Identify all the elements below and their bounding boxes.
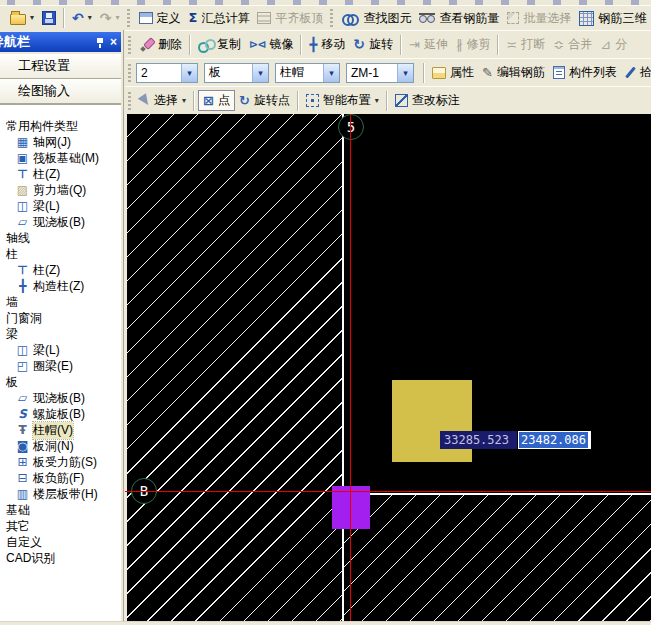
split-icon [600, 38, 611, 52]
toolbar-gripper[interactable] [330, 9, 333, 27]
chevron-down-icon[interactable] [252, 64, 268, 82]
chevron-down-icon[interactable] [397, 64, 413, 82]
raft-foundation-icon [15, 151, 30, 165]
element-name-combo[interactable]: ZM-1 [346, 63, 414, 83]
separator [63, 8, 65, 28]
tree-item[interactable]: 板受力筋(S) [0, 454, 121, 470]
tree-item[interactable]: 剪力墙(Q) [0, 182, 121, 198]
tree-category[interactable]: 自定义 [0, 534, 121, 550]
smart-layout-button[interactable]: 智能布置▾ [302, 90, 383, 111]
chevron-down-icon[interactable] [323, 64, 339, 82]
summary-calc-button[interactable]: 汇总计算 [185, 8, 254, 29]
canvas-purple-square[interactable] [332, 486, 370, 529]
properties-button[interactable]: 属性 [428, 62, 478, 83]
tree-item[interactable]: 梁(L) [0, 342, 121, 358]
break-label: 打断 [521, 36, 545, 53]
canvas-yellow-square[interactable] [392, 380, 472, 462]
copy-button[interactable]: 复制 [194, 34, 245, 55]
tree-category[interactable]: CAD识别 [0, 550, 121, 566]
undo-button[interactable]: ▾ [68, 9, 96, 28]
edit-rebar-button[interactable]: 编辑钢筋 [478, 62, 549, 83]
component-list-button[interactable]: 构件列表 [549, 62, 621, 83]
toolbar-gripper[interactable] [128, 36, 131, 54]
tree-category[interactable]: 门窗洞 [0, 310, 121, 326]
view-rebar-qty-button[interactable]: 查看钢筋量 [415, 8, 503, 29]
select-button[interactable]: 选择▾ [136, 90, 190, 111]
mirror-icon [249, 37, 265, 52]
chevron-down-icon[interactable] [181, 64, 197, 82]
pick-icon [625, 67, 636, 79]
column-icon [15, 167, 30, 181]
slab-icon [15, 391, 30, 405]
tree-category[interactable]: 轴线 [0, 230, 121, 246]
tree-category[interactable]: 常用构件类型 [0, 118, 121, 134]
tree-category[interactable]: 其它 [0, 518, 121, 534]
negative-rebar-icon [15, 471, 30, 485]
tree-category[interactable]: 柱 [0, 246, 121, 262]
rotate-point-button[interactable]: 旋转点 [235, 90, 294, 111]
view-rebar-qty-label: 查看钢筋量 [439, 10, 499, 27]
define-label: 定义 [157, 10, 181, 27]
tree-item[interactable]: 柱(Z) [0, 166, 121, 182]
drawing-input-button[interactable]: 绘图输入 [0, 79, 121, 104]
floor-combo[interactable]: 2 [136, 63, 198, 83]
tree-item[interactable]: 梁(L) [0, 198, 121, 214]
rotate-point-icon [239, 94, 250, 108]
tree-item[interactable]: 柱(Z) [0, 262, 121, 278]
rotate-button[interactable]: 旋转 [349, 34, 397, 55]
toolbar-gripper[interactable] [128, 92, 131, 110]
open-folder-icon [10, 14, 26, 25]
axis-line-vertical [350, 114, 351, 621]
tree-item[interactable]: 现浇板(B) [0, 390, 121, 406]
wall-edge-horizontal-line [344, 493, 651, 495]
tree-item[interactable]: 轴网(J) [0, 134, 121, 150]
save-button[interactable] [38, 9, 60, 27]
element-name-combo-value: ZM-1 [347, 66, 397, 80]
define-button[interactable]: 定义 [135, 8, 185, 29]
coord-x-input[interactable]: 33285.523 [440, 431, 517, 449]
tree-item-selected[interactable]: 柱帽(V) [0, 422, 121, 438]
project-settings-button[interactable]: 工程设置 [0, 54, 121, 79]
move-icon [309, 38, 317, 52]
element-type-combo[interactable]: 柱帽 [275, 63, 340, 83]
tree-category[interactable]: 梁 [0, 326, 121, 342]
delete-button[interactable]: 删除 [136, 34, 186, 55]
category-combo[interactable]: 板 [204, 63, 269, 83]
toolbar-gripper[interactable] [127, 9, 130, 27]
tree-item[interactable]: 圈梁(E) [0, 358, 121, 374]
trim-label: 修剪 [466, 36, 490, 53]
tree-item[interactable]: 楼层板带(H) [0, 486, 121, 502]
grid-icon [15, 135, 30, 149]
smart-layout-icon [306, 94, 319, 107]
drawing-canvas[interactable]: 5 B 33285.523 23482.086 [125, 114, 651, 621]
tree-item[interactable]: 螺旋板(B) [0, 406, 121, 422]
tree-item[interactable]: 板负筋(F) [0, 470, 121, 486]
undo-icon [72, 11, 84, 26]
tree-item[interactable]: 现浇板(B) [0, 214, 121, 230]
tree-category[interactable]: 板 [0, 374, 121, 390]
find-element-button[interactable]: 查找图元 [338, 8, 415, 29]
move-button[interactable]: 移动 [305, 34, 349, 55]
tree-item[interactable]: 板洞(N) [0, 438, 121, 454]
pick-button[interactable]: 拾 [621, 62, 651, 83]
toolbar-gripper[interactable] [128, 64, 131, 82]
point-button[interactable]: 点 [198, 90, 235, 111]
close-icon[interactable]: × [110, 36, 117, 48]
tree-item[interactable]: 筏板基础(M) [0, 150, 121, 166]
pin-icon[interactable] [96, 37, 104, 48]
separator [400, 35, 402, 55]
open-button[interactable]: ▾ [6, 9, 38, 27]
mirror-button[interactable]: 镜像 [245, 34, 297, 55]
point-label: 点 [218, 92, 230, 109]
summary-calc-label: 汇总计算 [201, 10, 249, 27]
rebar-3d-button[interactable]: 钢筋三维 [575, 8, 650, 29]
edit-annotation-button[interactable]: 查改标注 [391, 90, 464, 111]
sidebar-titlebar[interactable]: 导航栏 × [0, 32, 121, 52]
properties-icon [432, 67, 446, 79]
brush-icon [140, 38, 154, 52]
coord-y-input[interactable]: 23482.086 [518, 431, 591, 449]
redo-button[interactable]: ▾ [96, 9, 124, 28]
tree-category[interactable]: 基础 [0, 502, 121, 518]
tree-item[interactable]: 构造柱(Z) [0, 278, 121, 294]
tree-category[interactable]: 墙 [0, 294, 121, 310]
